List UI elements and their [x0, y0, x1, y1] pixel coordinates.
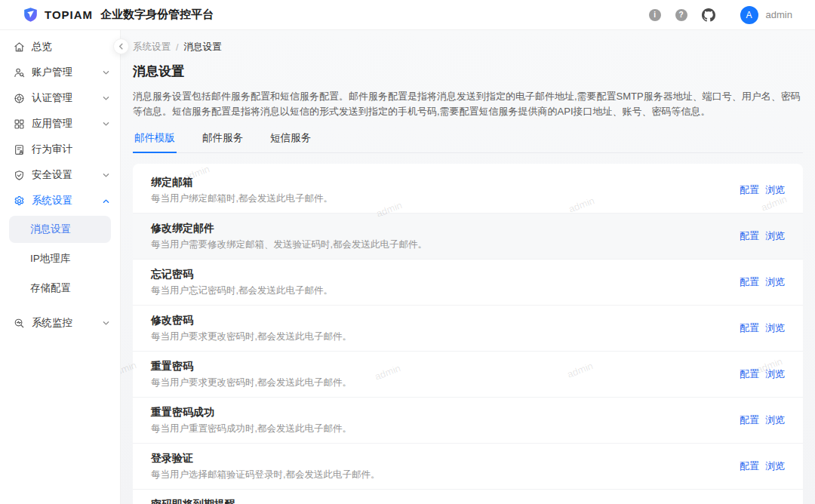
template-description: 每当用户选择邮箱验证码登录时,都会发送此电子邮件。 [151, 468, 727, 482]
home-icon [14, 41, 25, 53]
template-title: 修改密码 [151, 312, 727, 328]
sidebar-subitem-message-settings[interactable]: 消息设置 [9, 216, 111, 243]
tab-3[interactable]: 短信服务 [269, 129, 312, 153]
chevron-down-icon [103, 320, 109, 327]
platform-title: 企业数字身份管控平台 [100, 8, 214, 22]
template-title: 重置密码成功 [151, 404, 727, 420]
template-title: 密码即将到期提醒 [151, 496, 727, 504]
breadcrumb-current: 消息设置 [183, 41, 221, 54]
brand-name: TOPIAM [45, 8, 93, 21]
page-description: 消息服务设置包括邮件服务配置和短信服务配置。邮件服务配置是指将消息发送到指定的电… [133, 89, 803, 119]
chevron-up-icon [103, 198, 109, 204]
sidebar-subitem-ip-geo[interactable]: IP地理库 [9, 245, 111, 272]
sidebar-collapse-button[interactable] [113, 38, 129, 54]
template-row: 密码即将到期提醒 用户距离上次修改密码有效期即将过期时,都会发送此电子邮件。 配… [133, 489, 803, 504]
template-description: 每当用户需要修改绑定邮箱、发送验证码时,都会发送此电子邮件。 [151, 238, 727, 252]
preview-link[interactable]: 浏览 [765, 413, 785, 427]
template-description: 每当用户忘记密码时,都会发送此电子邮件。 [151, 284, 727, 298]
chevron-down-icon [103, 172, 109, 179]
template-row: 绑定邮箱 每当用户绑定邮箱时,都会发送此电子邮件。 配置 浏览 [133, 167, 803, 213]
username-label[interactable]: admin [766, 9, 792, 20]
sidebar-item-application[interactable]: 应用管理 [0, 111, 120, 137]
template-row: 修改密码 每当用户要求更改密码时,都会发送此电子邮件。 配置 浏览 [133, 305, 803, 351]
sidebar-item-system-settings[interactable]: 系统设置 [0, 188, 120, 214]
template-description: 每当用户要求更改密码时,都会发送此电子邮件。 [151, 376, 727, 390]
tab-bar: 邮件模版邮件服务短信服务 [133, 129, 803, 153]
configure-link[interactable]: 配置 [740, 367, 759, 381]
apps-icon [14, 118, 25, 130]
tab-1[interactable]: 邮件模版 [133, 129, 177, 153]
audit-icon [14, 144, 25, 155]
sidebar-subitem-storage[interactable]: 存储配置 [9, 275, 111, 302]
configure-link[interactable]: 配置 [740, 321, 759, 335]
gear-icon [14, 195, 25, 207]
preview-link[interactable]: 浏览 [765, 367, 785, 381]
logo-group[interactable]: TOPIAM 企业数字身份管控平台 [23, 7, 214, 23]
preview-link[interactable]: 浏览 [765, 229, 785, 243]
template-title: 绑定邮箱 [151, 174, 727, 190]
sidebar-item-overview[interactable]: 总览 [0, 34, 120, 60]
info-icon[interactable]: i [649, 9, 661, 21]
template-title: 忘记密码 [151, 266, 727, 282]
breadcrumb-separator: / [176, 42, 178, 53]
user-icon [14, 67, 25, 78]
template-row: 登录验证 每当用户选择邮箱验证码登录时,都会发送此电子邮件。 配置 浏览 [133, 443, 803, 489]
template-description: 每当用户绑定邮箱时,都会发送此电子邮件。 [151, 192, 727, 206]
help-icon[interactable]: ? [675, 9, 687, 21]
configure-link[interactable]: 配置 [740, 413, 759, 427]
github-icon[interactable] [702, 8, 715, 22]
configure-link[interactable]: 配置 [740, 459, 759, 473]
topiam-logo-icon [23, 7, 38, 23]
template-list-card: 绑定邮箱 每当用户绑定邮箱时,都会发送此电子邮件。 配置 浏览 修改绑定邮件 每… [133, 164, 803, 504]
template-row: 修改绑定邮件 每当用户需要修改绑定邮箱、发送验证码时,都会发送此电子邮件。 配置… [133, 213, 803, 259]
breadcrumb: 系统设置 / 消息设置 [133, 41, 803, 54]
configure-link[interactable]: 配置 [740, 229, 759, 243]
tab-2[interactable]: 邮件服务 [201, 129, 244, 153]
shield-icon [14, 170, 25, 181]
main-content: 系统设置 / 消息设置 消息设置 消息服务设置包括邮件服务配置和短信服务配置。邮… [121, 30, 815, 504]
sidebar-item-authn[interactable]: 认证管理 [0, 85, 120, 111]
top-header: TOPIAM 企业数字身份管控平台 i ? A admin [0, 0, 815, 30]
chevron-down-icon [103, 69, 109, 76]
preview-link[interactable]: 浏览 [765, 275, 785, 289]
chevron-down-icon [103, 121, 109, 128]
template-title: 登录验证 [151, 450, 727, 466]
template-description: 每当用户要求更改密码时,都会发送此电子邮件。 [151, 330, 727, 344]
chevron-left-icon [118, 43, 125, 50]
chevron-down-icon [103, 95, 109, 102]
template-row: 重置密码成功 每当用户重置密码成功时,都会发送此电子邮件。 配置 浏览 [133, 397, 803, 443]
template-row: 忘记密码 每当用户忘记密码时,都会发送此电子邮件。 配置 浏览 [133, 259, 803, 305]
template-title: 重置密码 [151, 358, 727, 374]
preview-link[interactable]: 浏览 [765, 459, 785, 473]
configure-link[interactable]: 配置 [740, 275, 759, 289]
app-window: TOPIAM 企业数字身份管控平台 i ? A admin 总览 账户管理 认证… [0, 0, 815, 504]
breadcrumb-parent[interactable]: 系统设置 [133, 41, 171, 54]
configure-link[interactable]: 配置 [740, 183, 759, 197]
template-description: 每当用户重置密码成功时,都会发送此电子邮件。 [151, 422, 727, 436]
template-title: 修改绑定邮件 [151, 220, 727, 236]
preview-link[interactable]: 浏览 [765, 321, 785, 335]
sidebar-item-monitor[interactable]: 系统监控 [0, 310, 120, 336]
sidebar: 总览 账户管理 认证管理 应用管理 行为审计 安全设置 系统设置 消息设置 IP… [0, 30, 121, 504]
template-row: 重置密码 每当用户要求更改密码时,都会发送此电子邮件。 配置 浏览 [133, 351, 803, 397]
header-actions: i ? A admin [649, 6, 792, 24]
preview-link[interactable]: 浏览 [765, 183, 785, 197]
sidebar-item-security[interactable]: 安全设置 [0, 162, 120, 188]
sidebar-item-audit[interactable]: 行为审计 [0, 137, 120, 162]
cert-icon [14, 93, 25, 104]
sidebar-item-account[interactable]: 账户管理 [0, 60, 120, 85]
user-avatar[interactable]: A [740, 6, 758, 24]
page-title: 消息设置 [133, 63, 803, 80]
sidebar-menu: 总览 账户管理 认证管理 应用管理 行为审计 安全设置 系统设置 消息设置 IP… [0, 34, 120, 336]
monitor-icon [14, 318, 25, 329]
